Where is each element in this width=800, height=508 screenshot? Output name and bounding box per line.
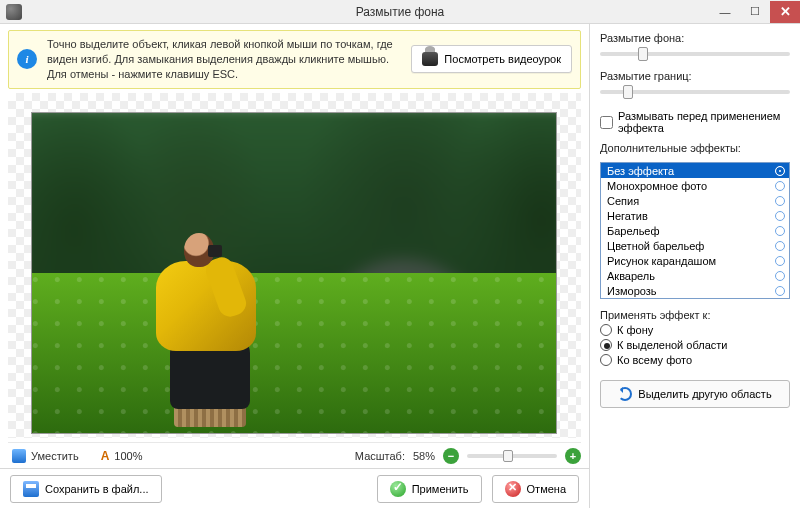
bg-blur-block: Размытие фона: <box>600 32 790 62</box>
save-icon <box>23 481 39 497</box>
hint-text: Точно выделите объект, кликая левой кноп… <box>47 37 401 82</box>
radio-icon <box>775 256 785 266</box>
apply-button[interactable]: Применить <box>377 475 482 503</box>
zoom-label: Масштаб: <box>355 450 405 462</box>
fit-icon <box>12 449 26 463</box>
watch-video-button[interactable]: Посмотреть видеоурок <box>411 45 572 73</box>
radio-icon <box>775 211 785 221</box>
effect-option[interactable]: Изморозь <box>601 283 789 298</box>
zoom-slider-thumb[interactable] <box>503 450 513 462</box>
image-canvas[interactable] <box>8 93 581 438</box>
zoom-out-button[interactable]: − <box>443 448 459 464</box>
effect-option-label: Барельеф <box>607 224 660 238</box>
radio-icon <box>775 181 785 191</box>
maximize-button[interactable]: ☐ <box>740 1 770 23</box>
apply-label: Применить <box>412 483 469 495</box>
cancel-icon <box>505 481 521 497</box>
main-panel: i Точно выделите объект, кликая левой кн… <box>0 24 590 508</box>
effect-option-label: Монохромное фото <box>607 179 707 193</box>
effects-list[interactable]: Без эффектаМонохромное фотоСепияНегативБ… <box>600 162 790 299</box>
effect-option-label: Цветной барельеф <box>607 239 704 253</box>
select-other-label: Выделить другую область <box>638 388 771 400</box>
info-icon: i <box>17 49 37 69</box>
apply-target-option[interactable]: К фону <box>600 324 790 336</box>
actual-size-button[interactable]: A 100% <box>97 447 147 465</box>
radio-icon <box>775 271 785 281</box>
select-other-area-button[interactable]: Выделить другую область <box>600 380 790 408</box>
radio-icon <box>600 354 612 366</box>
effect-option[interactable]: Монохромное фото <box>601 178 789 193</box>
edge-blur-slider[interactable] <box>600 90 790 94</box>
effect-option[interactable]: Сепия <box>601 193 789 208</box>
app-icon <box>6 4 22 20</box>
fit-label: Уместить <box>31 450 79 462</box>
effect-option-label: Изморозь <box>607 284 657 298</box>
effect-option[interactable]: Рисунок карандашом <box>601 253 789 268</box>
apply-target-radio-group: К фонуК выделеной областиКо всему фото <box>600 324 790 366</box>
bg-blur-label: Размытие фона: <box>600 32 684 44</box>
radio-icon <box>600 324 612 336</box>
edge-blur-block: Размытие границ: <box>600 70 790 100</box>
apply-target-option-label: К выделеной области <box>617 339 727 351</box>
hint-bar: i Точно выделите объект, кликая левой кн… <box>8 30 581 89</box>
options-panel: Размытие фона: Размытие границ: Размыват… <box>590 24 800 508</box>
bg-blur-slider[interactable] <box>600 52 790 56</box>
edge-blur-label: Размытие границ: <box>600 70 692 82</box>
save-label: Сохранить в файл... <box>45 483 149 495</box>
pre-blur-label: Размывать перед применением эффекта <box>618 110 790 134</box>
effect-option[interactable]: Цветной барельеф <box>601 238 789 253</box>
apply-target-label: Применять эффект к: <box>600 309 710 321</box>
effect-option[interactable]: Акварель <box>601 268 789 283</box>
pre-blur-row[interactable]: Размывать перед применением эффекта <box>600 110 790 134</box>
radio-icon <box>775 226 785 236</box>
effect-option[interactable]: Без эффекта <box>601 163 789 178</box>
actual-size-label: 100% <box>114 450 142 462</box>
radio-icon <box>775 286 785 296</box>
effect-option[interactable]: Барельеф <box>601 223 789 238</box>
effect-option-label: Сепия <box>607 194 639 208</box>
fit-button[interactable]: Уместить <box>8 447 83 465</box>
cancel-button[interactable]: Отмена <box>492 475 579 503</box>
apply-icon <box>390 481 406 497</box>
preview-image[interactable] <box>32 113 556 433</box>
title-bar: Размытие фона — ☐ ✕ <box>0 0 800 24</box>
effect-option-label: Негатив <box>607 209 648 223</box>
radio-icon <box>775 241 785 251</box>
zoom-slider[interactable] <box>467 454 557 458</box>
pre-blur-checkbox[interactable] <box>600 116 613 129</box>
status-bar: Уместить A 100% Масштаб: 58% − + <box>8 442 581 468</box>
effect-option-label: Рисунок карандашом <box>607 254 716 268</box>
apply-target-option[interactable]: Ко всему фото <box>600 354 790 366</box>
radio-icon <box>600 339 612 351</box>
edge-blur-thumb[interactable] <box>623 85 633 99</box>
webcam-icon <box>422 52 438 66</box>
reselect-icon <box>618 387 632 401</box>
window-controls: — ☐ ✕ <box>710 1 800 23</box>
radio-icon <box>775 166 785 176</box>
effect-option[interactable]: Негатив <box>601 208 789 223</box>
bottom-bar: Сохранить в файл... Применить Отмена <box>0 468 589 508</box>
apply-target-block: Применять эффект к: К фонуК выделеной об… <box>600 309 790 366</box>
bg-blur-thumb[interactable] <box>638 47 648 61</box>
zoom-value: 58% <box>413 450 435 462</box>
effects-heading: Дополнительные эффекты: <box>600 142 790 154</box>
zoom-in-button[interactable]: + <box>565 448 581 464</box>
window-title: Размытие фона <box>356 5 445 19</box>
minimize-button[interactable]: — <box>710 1 740 23</box>
save-to-file-button[interactable]: Сохранить в файл... <box>10 475 162 503</box>
effect-option-label: Без эффекта <box>607 164 674 178</box>
zoom-controls: Масштаб: 58% − + <box>355 448 581 464</box>
watch-video-label: Посмотреть видеоурок <box>444 53 561 65</box>
actual-size-icon: A <box>101 449 110 463</box>
effect-option-label: Акварель <box>607 269 655 283</box>
apply-target-option-label: К фону <box>617 324 653 336</box>
close-button[interactable]: ✕ <box>770 1 800 23</box>
apply-target-option-label: Ко всему фото <box>617 354 692 366</box>
radio-icon <box>775 196 785 206</box>
apply-target-option[interactable]: К выделеной области <box>600 339 790 351</box>
cancel-label: Отмена <box>527 483 566 495</box>
